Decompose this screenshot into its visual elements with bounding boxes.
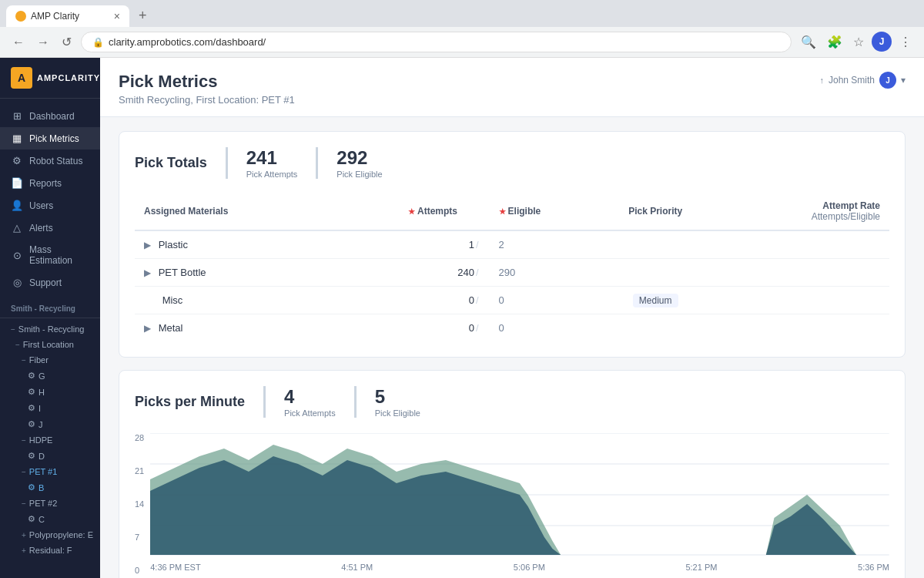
expand-button[interactable]: ▶ bbox=[144, 323, 151, 334]
page-title-block: Pick Metrics Smith Recycling, First Loca… bbox=[119, 72, 295, 106]
pick-totals-eligible-value: 292 bbox=[336, 147, 382, 169]
attempts-cell: 240/ bbox=[399, 259, 490, 287]
menu-button[interactable]: ⋮ bbox=[896, 32, 915, 52]
sidebar-item-reports[interactable]: 📄 Reports bbox=[0, 172, 100, 194]
y-label-0: 0 bbox=[135, 566, 144, 575]
new-tab-button[interactable]: + bbox=[132, 5, 153, 27]
toggle-polypropylene[interactable]: + bbox=[22, 531, 26, 539]
tab-close-button[interactable]: × bbox=[114, 10, 120, 22]
material-name: Plastic bbox=[159, 239, 188, 250]
tree-residual[interactable]: + Residual: F bbox=[0, 543, 100, 558]
tree-c[interactable]: ⚙ C bbox=[0, 511, 100, 527]
tree-label-first-location: First Location bbox=[23, 340, 74, 349]
tree-first-location[interactable]: − First Location bbox=[0, 337, 100, 352]
y-label-14: 14 bbox=[135, 499, 144, 509]
sidebar-item-users[interactable]: 👤 Users bbox=[0, 194, 100, 217]
bookmark-button[interactable]: ☆ bbox=[850, 32, 867, 52]
tree-label-g: G bbox=[38, 371, 45, 381]
support-icon: ◎ bbox=[11, 277, 23, 288]
sidebar-label-support: Support bbox=[29, 277, 62, 288]
sidebar-item-pick-metrics[interactable]: ▦ Pick Metrics bbox=[0, 127, 100, 150]
back-button[interactable]: ← bbox=[9, 32, 28, 52]
sidebar-item-robot-status[interactable]: ⚙ Robot Status bbox=[0, 150, 100, 172]
company-label: Smith - Recycling bbox=[0, 300, 100, 314]
address-bar[interactable]: 🔒 clarity.amprobotics.com/dashboard/ bbox=[81, 32, 792, 52]
sidebar-item-support[interactable]: ◎ Support bbox=[0, 271, 100, 294]
attempts-value: 240 bbox=[457, 267, 474, 278]
sidebar-label-reports: Reports bbox=[29, 178, 62, 189]
rate-cell bbox=[731, 230, 889, 259]
tree-label-pet1: PET #1 bbox=[29, 467, 58, 476]
sidebar-item-dashboard[interactable]: ⊞ Dashboard bbox=[0, 105, 100, 127]
sidebar-item-alerts[interactable]: △ Alerts bbox=[0, 217, 100, 239]
tree-d[interactable]: ⚙ D bbox=[0, 448, 100, 464]
main-header: Pick Metrics Smith Recycling, First Loca… bbox=[100, 58, 924, 117]
sidebar-item-mass-estimation[interactable]: ⊙ Mass Estimation bbox=[0, 239, 100, 271]
tree-label-h: H bbox=[38, 388, 45, 397]
users-icon: 👤 bbox=[11, 200, 23, 211]
tree-g[interactable]: ⚙ G bbox=[0, 368, 100, 384]
search-button[interactable]: 🔍 bbox=[798, 32, 819, 52]
table-row: ▶ PET Bottle 240/ 290 bbox=[135, 259, 889, 287]
expand-button[interactable]: ▶ bbox=[144, 240, 151, 250]
forward-button[interactable]: → bbox=[34, 32, 52, 52]
tree-h[interactable]: ⚙ H bbox=[0, 384, 100, 400]
robot-c-icon: ⚙ bbox=[28, 514, 35, 524]
sidebar: A AMPCLARITY ⊞ Dashboard ▦ Pick Metrics … bbox=[0, 58, 100, 578]
ppm-stat1: 4 Pick Attempts bbox=[263, 386, 354, 418]
sidebar-label-robot-status: Robot Status bbox=[29, 156, 82, 166]
tree-pet2[interactable]: − PET #2 bbox=[0, 496, 100, 511]
toggle-fiber[interactable]: − bbox=[22, 356, 26, 365]
pick-totals-header: Pick Totals 241 Pick Attempts 292 Pick E… bbox=[135, 147, 889, 179]
tab-bar: AMP Clarity × + bbox=[0, 0, 924, 27]
tree-pet1[interactable]: − PET #1 bbox=[0, 464, 100, 479]
robot-b-icon: ⚙ bbox=[28, 482, 35, 492]
tab-favicon bbox=[15, 11, 26, 22]
tab-title: AMP Clarity bbox=[31, 11, 79, 22]
slash: / bbox=[476, 294, 479, 306]
tree-b[interactable]: ⚙ B bbox=[0, 479, 100, 496]
material-name-cell: ▶ Metal bbox=[135, 314, 399, 342]
slash: / bbox=[476, 239, 479, 250]
ppm-stat2: 5 Pick Eligible bbox=[354, 386, 439, 418]
tree-smith-recycling[interactable]: − Smith - Recycling bbox=[0, 321, 100, 337]
ppm-eligible-value: 5 bbox=[375, 386, 420, 408]
toggle-pet1[interactable]: − bbox=[22, 468, 26, 476]
reload-button[interactable]: ↺ bbox=[59, 32, 75, 52]
eligible-cell: 2 bbox=[490, 230, 581, 259]
material-name-cell: Misc bbox=[135, 287, 399, 314]
materials-table: Assigned Materials ★ Attempts ★ bbox=[135, 194, 889, 341]
toggle-pet2[interactable]: − bbox=[22, 499, 26, 508]
logo-text: AMPCLARITY bbox=[37, 73, 100, 82]
toggle-first-location[interactable]: − bbox=[15, 341, 20, 349]
sidebar-label-mass-estimation: Mass Estimation bbox=[29, 244, 89, 266]
nav-actions: 🔍 🧩 ☆ J ⋮ bbox=[798, 32, 915, 52]
active-tab[interactable]: AMP Clarity × bbox=[6, 5, 129, 27]
picks-per-minute-card: Picks per Minute 4 Pick Attempts 5 Pick … bbox=[119, 370, 906, 578]
rate-cell bbox=[731, 314, 889, 342]
attempts-star: ★ bbox=[408, 207, 415, 216]
rate-cell bbox=[731, 259, 889, 287]
toggle-residual[interactable]: + bbox=[22, 546, 26, 555]
expand-button[interactable]: ▶ bbox=[144, 267, 151, 278]
pick-totals-stat2: 292 Pick Eligible bbox=[316, 147, 400, 179]
toggle-hdpe[interactable]: − bbox=[22, 436, 26, 445]
attempts-value: 1 bbox=[469, 239, 474, 250]
slash: / bbox=[476, 267, 479, 278]
sidebar-label-pick-metrics: Pick Metrics bbox=[29, 133, 79, 144]
extensions-button[interactable]: 🧩 bbox=[824, 32, 845, 52]
pick-totals-attempts-value: 241 bbox=[246, 147, 298, 169]
browser-user-avatar[interactable]: J bbox=[872, 32, 892, 52]
x-label-436: 4:36 PM EST bbox=[150, 563, 200, 572]
tree-j[interactable]: ⚙ J bbox=[0, 416, 100, 432]
tree-i[interactable]: ⚙ I bbox=[0, 400, 100, 416]
tree-label-d: D bbox=[38, 452, 45, 461]
tree-hdpe[interactable]: − HDPE bbox=[0, 432, 100, 448]
y-label-7: 7 bbox=[135, 533, 144, 542]
tree-label-hdpe: HDPE bbox=[29, 435, 53, 445]
header-user[interactable]: ↑ John Smith J ▾ bbox=[819, 72, 906, 89]
col-header-eligible: ★ Eligible bbox=[490, 194, 581, 230]
toggle-smith-recycling[interactable]: − bbox=[11, 325, 15, 334]
tree-fiber[interactable]: − Fiber bbox=[0, 352, 100, 368]
tree-polypropylene[interactable]: + Polypropylene: E bbox=[0, 527, 100, 543]
